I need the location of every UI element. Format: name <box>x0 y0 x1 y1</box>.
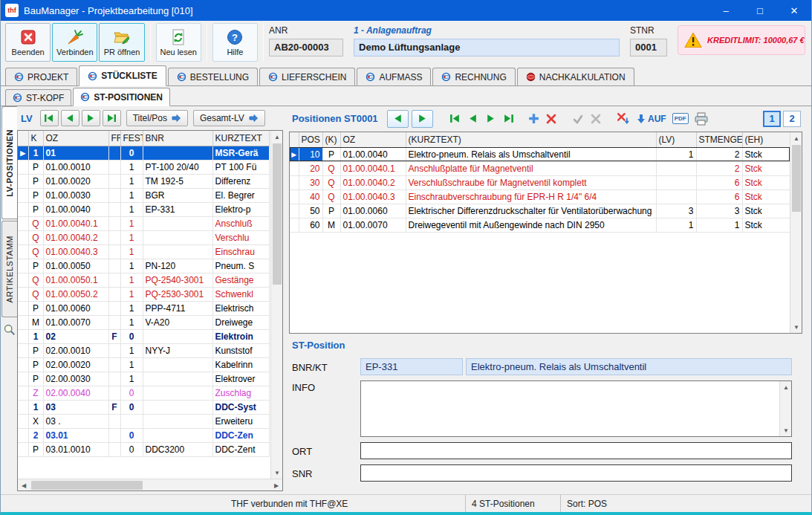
header-oz[interactable]: OZ <box>340 132 406 147</box>
scroll-track[interactable] <box>30 479 270 490</box>
neu-lesen-button[interactable]: Neu lesen <box>156 23 201 62</box>
cancel-edit-button[interactable] <box>588 111 604 127</box>
pos-prev-button[interactable] <box>464 111 481 127</box>
lv-horizontal-scrollbar[interactable]: ◀ ▶ <box>18 479 282 490</box>
header-oz[interactable]: OZ <box>43 131 108 146</box>
scroll-thumb[interactable] <box>31 481 143 490</box>
maximize-button[interactable]: □ <box>743 0 777 21</box>
lv-prev-button[interactable] <box>61 110 79 126</box>
lv-first-button[interactable] <box>40 110 59 126</box>
lv-grid-row[interactable]: 203.010DDC-Zen <box>18 428 269 442</box>
pdf-export-button[interactable]: PDF <box>672 113 689 124</box>
beenden-button[interactable]: Beenden <box>5 23 51 62</box>
scroll-thumb[interactable] <box>792 145 801 212</box>
gesamt-lv-button[interactable]: Gesamt-LV <box>193 110 265 126</box>
print-button[interactable] <box>693 111 709 127</box>
position-grid-row[interactable]: 60M01.00.0070Dreiwegeventil mit Außengew… <box>290 218 790 232</box>
lv-grid-row[interactable]: Q01.00.0040.21Verschlu <box>18 230 269 244</box>
scroll-track[interactable] <box>790 144 802 321</box>
lv-grid-row[interactable]: Q01.00.0040.11Anschluß <box>18 216 269 230</box>
snr-field[interactable] <box>360 464 792 482</box>
pos-first-button[interactable] <box>446 111 463 127</box>
lv-grid-row[interactable]: M01.00.00701V-A20Dreiwege <box>18 315 269 329</box>
position-grid-row[interactable]: 30Q01.00.0040.2Verschlußschraube für Mag… <box>290 175 790 190</box>
header-ff[interactable]: FF <box>108 131 120 146</box>
delete-all-button[interactable] <box>614 111 631 127</box>
header-pos[interactable]: POS <box>299 132 322 147</box>
scroll-up-button[interactable]: ▲ <box>780 381 792 393</box>
scroll-right-button[interactable]: ▶ <box>270 479 282 491</box>
lv-grid-row[interactable]: P01.00.00501PN-120Pneum. S <box>18 259 269 273</box>
position-grid-row[interactable]: 40Q01.00.0040.3Einschraubverschraubung f… <box>290 190 790 204</box>
pos-last-button[interactable] <box>500 111 516 127</box>
info-textarea[interactable]: ▲ ▼ <box>360 380 792 437</box>
lv-grid-row[interactable]: 102F0Elektroin <box>18 329 269 343</box>
tab-stueckliste[interactable]: STÜCKLISTE <box>79 65 166 86</box>
pr-oeffnen-button[interactable]: PR öffnen <box>99 23 144 62</box>
lv-grid-row[interactable]: P01.00.00601PPP-4711Elektrisch <box>18 301 269 315</box>
scroll-thumb[interactable] <box>273 143 282 285</box>
lv-next-button[interactable] <box>82 110 100 126</box>
add-position-button[interactable] <box>525 111 542 127</box>
side-tab-lv-positionen[interactable]: LV-POSITIONEN <box>1 106 17 219</box>
tab-aufmass[interactable]: AUFMASS <box>357 68 431 85</box>
tab-projekt[interactable]: PROJEKT <box>5 68 77 85</box>
position-grid-row[interactable]: ▶10P01.00.0040Elektro-pneum. Relais als … <box>290 147 790 161</box>
lv-last-button[interactable] <box>103 110 121 126</box>
page-1-button[interactable]: 1 <box>763 111 781 127</box>
tab-st-kopf[interactable]: ST-KOPF <box>5 89 71 106</box>
scroll-down-button[interactable]: ▼ <box>780 424 792 436</box>
scroll-left-button[interactable]: ◀ <box>18 479 30 491</box>
bnr-field[interactable] <box>360 358 463 375</box>
ort-field[interactable] <box>360 442 792 459</box>
info-scrollbar[interactable]: ▲ ▼ <box>779 381 791 436</box>
hilfe-button[interactable]: ? Hilfe <box>212 23 258 62</box>
lv-grid-row[interactable]: P02.00.00201Kabelrinn <box>18 357 269 372</box>
lv-grid-row[interactable]: 103F0DDC-Syst <box>18 400 269 414</box>
lv-grid-row[interactable]: P02.00.00101NYY-JKunststof <box>18 343 269 357</box>
header-stmenge[interactable]: STMENGE <box>696 132 742 147</box>
titel-pos-button[interactable]: Titel/Pos <box>126 110 188 126</box>
scroll-up-button[interactable]: ▲ <box>271 131 283 143</box>
st-prev-button[interactable] <box>387 110 409 128</box>
tab-st-positionen[interactable]: ST-POSITIONEN <box>73 88 170 106</box>
header-k[interactable]: (K) <box>322 132 340 147</box>
tab-nachkalkulation[interactable]: NACHKALKULATION <box>517 68 634 85</box>
kt-field[interactable] <box>466 358 792 375</box>
scroll-down-button[interactable]: ▼ <box>790 321 802 333</box>
tab-rechnung[interactable]: RECHNUNG <box>432 68 515 85</box>
lv-grid-row[interactable]: P03.01.00100DDC3200DDC-Zent <box>18 442 269 456</box>
header-bnr[interactable]: BNR <box>143 131 212 146</box>
position-grid-row[interactable]: 20Q01.00.0040.1Anschlußplatte für Magnet… <box>290 161 790 175</box>
position-grid-row[interactable]: 50P01.00.0060Elektrischer Differenzdruck… <box>290 204 790 218</box>
lv-grid-row[interactable]: Q01.00.0050.21PQ-2530-3001Schwenkl <box>18 287 269 301</box>
verbinden-button[interactable]: Verbinden <box>52 23 97 62</box>
lv-grid-row[interactable]: P02.00.00301Elektrover <box>18 372 269 386</box>
lv-grid-row[interactable]: Q01.00.0040.31Einschrau <box>18 244 269 259</box>
header-fest[interactable]: FEST <box>120 131 143 146</box>
lv-vertical-scrollbar[interactable]: ▲ ▼ <box>270 131 282 479</box>
header-lv[interactable]: (LV) <box>656 132 696 147</box>
search-button[interactable] <box>3 323 16 339</box>
auf-sort-button[interactable]: AUF <box>637 114 666 124</box>
post-edit-button[interactable] <box>570 111 586 127</box>
tab-bestellung[interactable]: BESTELLUNG <box>168 68 258 85</box>
st-next-button[interactable] <box>412 110 433 128</box>
scroll-track[interactable] <box>271 143 282 467</box>
header-kurztext[interactable]: KURZTEXT <box>212 131 269 146</box>
tab-lieferschein[interactable]: LIEFERSCHEIN <box>259 68 355 85</box>
scroll-down-button[interactable]: ▼ <box>271 467 283 479</box>
lv-grid-row[interactable]: ▶1010MSR-Gerä <box>18 146 269 160</box>
delete-position-button[interactable] <box>543 111 559 127</box>
lv-grid-row[interactable]: P01.00.00301BGREl. Begrer <box>18 188 269 202</box>
close-button[interactable]: ✕ <box>777 0 811 21</box>
side-tab-artikelstamm[interactable]: ARTIKELSTAMM <box>1 221 17 317</box>
lv-grid-row[interactable]: X03 .Erweiteru <box>18 414 269 428</box>
positions-vertical-scrollbar[interactable]: ▲ ▼ <box>790 132 802 333</box>
lv-grid-row[interactable]: Z02.00.00400Zuschlag <box>18 386 269 400</box>
lv-grid-row[interactable]: P01.00.00201TM 192-5Differenz <box>18 174 269 188</box>
page-2-button[interactable]: 2 <box>783 111 801 127</box>
lv-grid-row[interactable]: Q01.00.0050.11PQ-2540-3001Gestänge <box>18 273 269 287</box>
header-eh[interactable]: (EH) <box>742 132 790 147</box>
lv-grid-row[interactable]: P01.00.00101PT-100 20/40PT 100 Fü <box>18 160 269 174</box>
